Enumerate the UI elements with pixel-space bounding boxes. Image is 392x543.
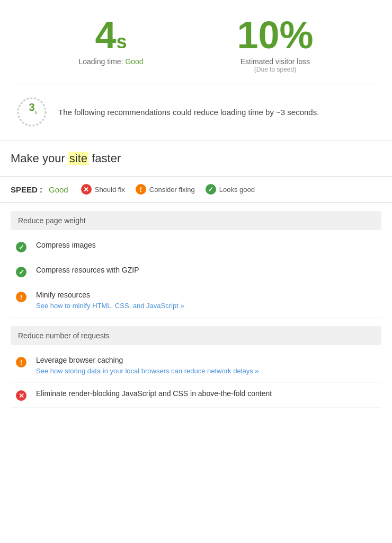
svg-text:3: 3 [29,101,34,113]
svg-text:s: s [35,109,38,115]
visitor-loss-block: 10% Estimated visitor loss (Due to speed… [237,16,313,73]
category-reduce-requests: Reduce number of requests [11,326,381,345]
legend-should-fix: ✕ Should fix [81,184,125,195]
check-render-blocking: ✕ Eliminate render-blocking JavaScript a… [11,383,381,408]
check-compress-gzip: ✓ Compress resources with GZIP [11,259,381,284]
check-minify-resources: ! Minify resources See how to minify HTM… [11,284,381,318]
browser-caching-title: Leverage browser caching [36,356,381,364]
visitor-loss-sublabel: (Due to speed) [237,66,313,73]
compress-gzip-icon: ✓ [16,267,26,277]
make-faster-section: Make your site faster [0,141,392,171]
compress-images-title: Compress images [36,241,381,249]
legend-consider-fixing: ! Consider fixing [136,184,195,195]
visitor-loss-value: 10% [237,16,313,54]
timer-icon: 3 s [16,96,48,130]
browser-caching-icon: ! [16,357,26,367]
category-reduce-page-weight: Reduce page weight [11,211,381,230]
loading-time-number: 4 [95,14,116,56]
minify-resources-link[interactable]: See how to minify HTML, CSS, and JavaScr… [36,301,381,311]
loading-time-block: 4s Loading time: Good [78,16,143,66]
should-fix-icon: ✕ [81,184,92,195]
should-fix-label: Should fix [95,186,125,194]
loading-time-unit: s [117,31,127,52]
minify-resources-title: Minify resources [36,291,381,299]
compress-gzip-title: Compress resources with GZIP [36,266,381,274]
speed-value: Good [49,185,68,194]
loading-time-value: 4s [78,16,143,54]
speed-legend: SPEED : Good ✕ Should fix ! Consider fix… [0,176,392,203]
browser-caching-link[interactable]: See how storing data in your local brows… [36,366,381,376]
recommendation-text: The following recommendations could redu… [58,107,319,119]
consider-fixing-icon: ! [136,184,146,195]
check-browser-caching: ! Leverage browser caching See how stori… [11,349,381,383]
consider-fixing-label: Consider fixing [149,186,195,194]
loading-time-status: Good [125,57,143,66]
top-metrics: 4s Loading time: Good 10% Estimated visi… [0,0,392,84]
make-faster-title: Make your site faster [11,152,381,165]
visitor-loss-label: Estimated visitor loss [237,57,313,66]
render-blocking-icon: ✕ [16,390,26,401]
speed-label: SPEED : [11,185,42,194]
recommendation-bar: 3 s The following recommendations could … [0,84,392,141]
looks-good-icon: ✓ [206,184,216,195]
check-compress-images: ✓ Compress images [11,234,381,259]
compress-images-icon: ✓ [16,242,26,252]
minify-resources-icon: ! [16,292,26,302]
checks-section: Reduce page weight ✓ Compress images ✓ C… [0,211,392,408]
site-highlight: site [68,152,88,165]
looks-good-label: Looks good [219,186,255,194]
loading-time-label: Loading time: Good [78,57,143,66]
render-blocking-title: Eliminate render-blocking JavaScript and… [36,389,381,398]
legend-looks-good: ✓ Looks good [206,184,255,195]
